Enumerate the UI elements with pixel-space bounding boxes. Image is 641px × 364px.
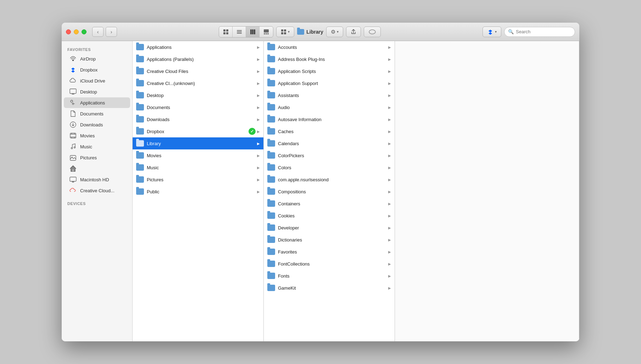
- airdrop-icon: [69, 55, 77, 62]
- list-item[interactable]: Application Scripts ▶: [264, 65, 395, 77]
- sidebar-item-pictures[interactable]: Pictures: [64, 152, 130, 163]
- folder-icon: [136, 116, 144, 123]
- folder-icon: [267, 249, 275, 255]
- list-item[interactable]: Address Book Plug-Ins ▶: [264, 53, 395, 65]
- list-item[interactable]: Containers ▶: [264, 198, 395, 210]
- svg-rect-6: [237, 33, 242, 34]
- list-item[interactable]: Applications ▶: [133, 41, 263, 53]
- list-item[interactable]: Downloads ▶: [133, 113, 263, 125]
- folder-icon: [267, 104, 275, 110]
- share-btn[interactable]: [346, 27, 361, 37]
- list-item[interactable]: Creative Cloud Files ▶: [133, 65, 263, 77]
- list-item[interactable]: Calendars ▶: [264, 137, 395, 149]
- list-item[interactable]: Assistants ▶: [264, 89, 395, 101]
- home-icon: [69, 165, 77, 172]
- forward-button[interactable]: ›: [106, 27, 117, 37]
- arrange-btn[interactable]: ▾: [276, 27, 294, 37]
- svg-rect-14: [281, 29, 283, 32]
- search-input[interactable]: [516, 29, 571, 34]
- list-item[interactable]: GameKit ▶: [264, 282, 395, 294]
- sidebar-item-dropbox[interactable]: Dropbox: [64, 64, 130, 75]
- sidebar-item-creativecloud[interactable]: Creative Cloud...: [64, 185, 130, 196]
- folder-icon: [136, 188, 144, 195]
- tag-btn[interactable]: [364, 27, 381, 37]
- column-view-btn[interactable]: [246, 27, 260, 37]
- list-item[interactable]: Application Support ▶: [264, 77, 395, 89]
- downloads-icon: [69, 121, 77, 128]
- svg-rect-1: [226, 29, 228, 32]
- sidebar-item-desktop[interactable]: Desktop: [64, 86, 130, 97]
- list-item-library[interactable]: Library ▶: [133, 137, 263, 149]
- sidebar-item-music[interactable]: Music: [64, 141, 130, 152]
- applications-label: Applications: [80, 100, 105, 106]
- svg-point-25: [74, 147, 76, 148]
- sidebar-item-movies[interactable]: Movies: [64, 130, 130, 141]
- titlebar: ‹ ›: [62, 23, 579, 41]
- svg-rect-5: [237, 32, 242, 32]
- list-item[interactable]: Pictures ▶: [133, 174, 263, 186]
- search-box[interactable]: 🔍: [504, 27, 575, 37]
- list-item[interactable]: Colors ▶: [264, 161, 395, 174]
- creativecloud-icon: [69, 187, 77, 194]
- svg-rect-3: [226, 32, 228, 34]
- svg-point-21: [71, 100, 73, 102]
- list-item[interactable]: Favorites ▶: [264, 246, 395, 258]
- list-item[interactable]: Caches ▶: [264, 125, 395, 137]
- minimize-button[interactable]: [74, 29, 79, 34]
- list-item[interactable]: Public ▶: [133, 186, 263, 198]
- list-item[interactable]: Audio ▶: [264, 101, 395, 113]
- list-item[interactable]: Compositions ▶: [264, 186, 395, 198]
- svg-point-18: [369, 30, 375, 34]
- sidebar-item-documents[interactable]: Documents: [64, 108, 130, 119]
- action-btn[interactable]: ⚙ ▾: [326, 27, 343, 37]
- folder-icon: [267, 212, 275, 219]
- search-icon: 🔍: [508, 29, 514, 34]
- icon-view-btn[interactable]: [219, 27, 233, 37]
- list-item[interactable]: Dictionaries ▶: [264, 234, 395, 246]
- macintosh-icon: [69, 176, 77, 183]
- list-item[interactable]: Developer ▶: [264, 222, 395, 234]
- list-item[interactable]: Cookies ▶: [264, 210, 395, 222]
- toolbar-right: ▾ 🔍: [483, 27, 575, 37]
- svg-rect-10: [264, 29, 269, 33]
- list-item[interactable]: Accounts ▶: [264, 41, 395, 53]
- folder-icon: [136, 56, 144, 62]
- svg-rect-8: [252, 29, 253, 34]
- list-item[interactable]: Dropbox ▶: [133, 125, 263, 137]
- gallery-view-btn[interactable]: [260, 27, 273, 37]
- folder-icon: [136, 140, 144, 147]
- list-item[interactable]: Autosave Information ▶: [264, 113, 395, 125]
- list-item[interactable]: Movies ▶: [133, 149, 263, 161]
- list-view-btn[interactable]: [233, 27, 246, 37]
- desktop-label: Desktop: [80, 89, 97, 95]
- svg-point-24: [71, 148, 73, 149]
- list-item[interactable]: Documents ▶: [133, 101, 263, 113]
- sidebar-item-airdrop[interactable]: AirDrop: [64, 53, 130, 64]
- favorites-section-label: Favorites: [62, 45, 132, 53]
- list-item[interactable]: FontCollections ▶: [264, 258, 395, 270]
- list-item[interactable]: com.apple.nsurlsessiond ▶: [264, 174, 395, 186]
- list-item[interactable]: Fonts ▶: [264, 270, 395, 282]
- pictures-label: Pictures: [80, 155, 97, 160]
- list-item[interactable]: Applications (Parallels) ▶: [133, 53, 263, 65]
- sidebar-item-applications[interactable]: Applications: [64, 97, 130, 108]
- dropbox-label: Dropbox: [80, 67, 97, 73]
- folder-icon: [267, 140, 275, 147]
- movies-icon: [69, 132, 77, 139]
- list-item[interactable]: Creative Cl...(unknown) ▶: [133, 77, 263, 89]
- dropbox-btn[interactable]: ▾: [483, 27, 501, 37]
- maximize-button[interactable]: [82, 29, 87, 34]
- dropbox-sidebar-icon: [69, 66, 77, 73]
- list-item[interactable]: Desktop ▶: [133, 89, 263, 101]
- list-item[interactable]: Music ▶: [133, 161, 263, 174]
- svg-rect-12: [266, 33, 267, 34]
- back-button[interactable]: ‹: [92, 27, 104, 37]
- folder-icon: [136, 152, 144, 159]
- column-2: Accounts ▶ Address Book Plug-Ins ▶ Appli…: [264, 41, 395, 341]
- sidebar-item-downloads[interactable]: Downloads: [64, 119, 130, 130]
- list-item[interactable]: ColorPickers ▶: [264, 149, 395, 161]
- sidebar-item-macintosh[interactable]: Macintosh HD: [64, 174, 130, 185]
- close-button[interactable]: [66, 29, 71, 34]
- sidebar-item-icloud[interactable]: iCloud Drive: [64, 75, 130, 86]
- sidebar-item-home[interactable]: [64, 163, 130, 174]
